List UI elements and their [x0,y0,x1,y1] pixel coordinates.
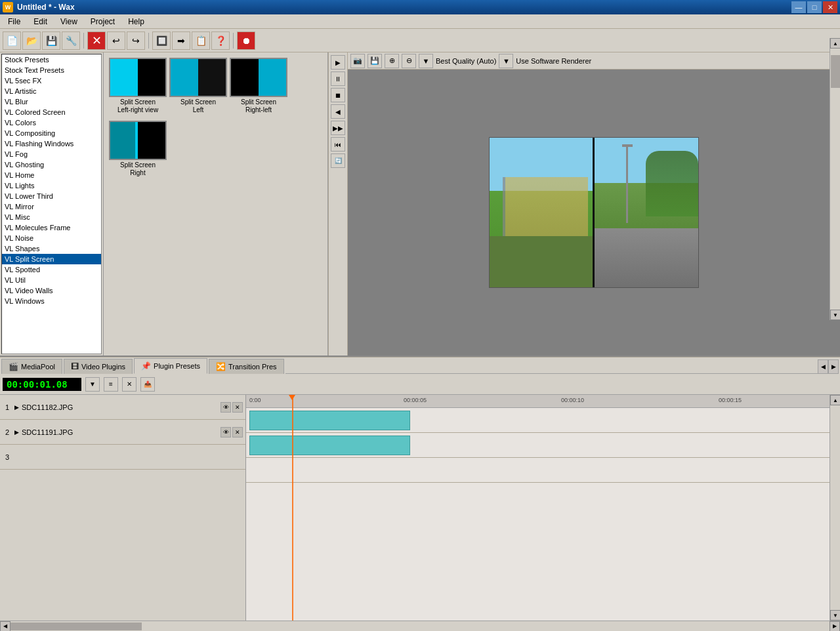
track-clip-1[interactable] [249,411,410,430]
track-expand-1[interactable]: ▶ [14,404,19,411]
timeline-hscroll: ◀ ▶ [0,621,840,631]
track-labels: 1 ▶ SDC11182.JPG 👁 ✕ 2 ▶ SDC11191.JPG 👁 [0,395,246,621]
menu-item-file[interactable]: File [3,16,26,28]
track-eye-1[interactable]: 👁 [220,402,231,413]
stop-button[interactable]: ✕ [87,31,106,50]
timecode-display: 00:00:01.08 [3,378,81,391]
preset-item-20[interactable]: VL Spotted [2,264,101,275]
playhead-line [292,395,293,621]
record-button[interactable]: ⏺ [237,31,255,50]
playback-controls: ▶ ⏸ ⏹ ◀ ▶▶ ⏮ 🔄 [328,52,348,356]
preset-item-22[interactable]: VL Video Walls [2,285,101,296]
track-lock-1[interactable]: ✕ [232,402,243,413]
goto-start-button[interactable]: ⏮ [331,137,345,152]
open-button[interactable]: 📂 [22,31,41,50]
preset-item-12[interactable]: VL Lights [2,180,101,191]
preset-item-13[interactable]: VL Lower Third [2,191,101,201]
thumb-split-rl[interactable]: Split ScreenRight-left [230,58,287,114]
zoom-in-button[interactable]: ⊕ [385,54,399,68]
track-expand-2[interactable]: ▶ [14,429,19,436]
help-button[interactable]: ❓ [211,31,230,50]
thumb-split-right[interactable]: Split ScreenRight [109,121,167,177]
timeline-ctrl-1[interactable]: ▼ [85,377,100,392]
pause-button[interactable]: ⏸ [331,71,345,86]
new-button[interactable]: 📄 [3,31,21,50]
clipboard-button[interactable]: 📋 [192,31,210,50]
tab-video-plugins[interactable]: 🎞 Video Plugins [64,359,133,374]
preset-item-15[interactable]: VL Misc [2,212,101,222]
preset-item-17[interactable]: VL Noise [2,233,101,243]
renderer-dropdown-btn[interactable]: ▼ [499,54,513,68]
track-row-1: 1 ▶ SDC11182.JPG 👁 ✕ [0,395,245,420]
save-frame-button[interactable]: 💾 [368,54,382,68]
preset-item-0[interactable]: Stock Presets [2,54,101,65]
menu-item-help[interactable]: Help [123,16,150,28]
preset-item-16[interactable]: VL Molecules Frame [2,222,101,233]
loop-button[interactable]: 🔄 [331,153,345,168]
quality-dropdown-btn[interactable]: ▼ [419,54,433,68]
preset-item-18[interactable]: VL Shapes [2,243,101,254]
hscroll-thumb[interactable] [10,622,142,630]
export-button[interactable]: ➡ [172,31,190,50]
hscroll-right[interactable]: ▶ [830,621,840,632]
zoom-out-button[interactable]: ⊖ [402,54,416,68]
tab-mediapool-label: MediaPool [21,363,55,371]
timeline-scroll-up[interactable]: ▲ [830,395,840,405]
preset-item-23[interactable]: VL Windows [2,296,101,306]
thumb-split-left[interactable]: Split ScreenLeft [169,58,227,114]
preset-item-7[interactable]: VL Compositing [2,128,101,138]
transitionpres-icon: 🔀 [216,362,226,371]
tab-transition-pres[interactable]: 🔀 Transition Pres [209,359,284,374]
preset-item-10[interactable]: VL Ghosting [2,159,101,170]
preset-item-21[interactable]: VL Util [2,275,101,285]
next-frame-button[interactable]: ▶▶ [331,121,345,135]
minimize-button[interactable]: — [791,1,806,13]
preset-item-1[interactable]: Stock Text Presets [2,65,101,75]
frame-button[interactable]: 🔲 [152,31,171,50]
tab-videoplugins-label: Video Plugins [81,363,125,371]
menu-item-view[interactable]: View [55,16,83,28]
timeline-scroll-down[interactable]: ▼ [830,610,840,621]
settings-button[interactable]: 🔧 [62,31,80,50]
preset-item-2[interactable]: VL 5sec FX [2,75,101,86]
timeline-ctrl-2[interactable]: ≡ [104,377,118,392]
close-button[interactable]: ✕ [823,1,837,13]
preset-item-11[interactable]: VL Home [2,170,101,180]
track-eye-2[interactable]: 👁 [220,427,231,438]
redo-button[interactable]: ↪ [127,31,145,50]
track-content-2 [246,433,830,458]
tab-plugin-presets[interactable]: 📌 Plugin Presets [134,358,207,374]
snapshot-button[interactable]: 📷 [350,54,365,68]
preset-item-3[interactable]: VL Artistic [2,86,101,96]
preset-item-19[interactable]: VL Split Screen [2,254,101,264]
prev-frame-button[interactable]: ◀ [331,104,345,119]
save-button[interactable]: 💾 [42,31,60,50]
track-row-3: 3 [0,445,245,470]
preset-item-9[interactable]: VL Fog [2,149,101,159]
ruler-mark-10: 00:00:10 [561,397,584,403]
ruler-mark-15: 00:00:15 [719,397,742,403]
timeline-ctrl-3[interactable]: ✕ [122,377,136,392]
play-button[interactable]: ▶ [331,55,345,70]
preset-item-4[interactable]: VL Blur [2,96,101,107]
separator3 [233,33,234,49]
tab-scroll-right[interactable]: ▶ [828,359,839,374]
app-title: Untitled * - Wax [17,3,75,12]
preset-item-8[interactable]: VL Flashing Windows [2,138,101,149]
tab-scroll-left[interactable]: ◀ [818,359,828,374]
undo-button[interactable]: ↩ [107,31,125,50]
track-clip-2[interactable] [249,436,410,455]
hscroll-left[interactable]: ◀ [0,621,10,632]
timeline-body: 1 ▶ SDC11182.JPG 👁 ✕ 2 ▶ SDC11191.JPG 👁 [0,395,840,621]
preset-item-6[interactable]: VL Colors [2,117,101,128]
menu-item-edit[interactable]: Edit [28,16,52,28]
menu-item-project[interactable]: Project [85,16,120,28]
preset-item-14[interactable]: VL Mirror [2,201,101,212]
preset-item-5[interactable]: VL Colored Screen [2,107,101,117]
timeline-ctrl-4[interactable]: 📤 [140,377,155,392]
stop-button[interactable]: ⏹ [331,88,345,102]
tab-mediapool[interactable]: 🎬 MediaPool [1,359,62,374]
maximize-button[interactable]: □ [807,1,822,13]
track-lock-2[interactable]: ✕ [232,427,243,438]
thumb-split-lr[interactable]: Split ScreenLeft-right view [109,58,167,114]
